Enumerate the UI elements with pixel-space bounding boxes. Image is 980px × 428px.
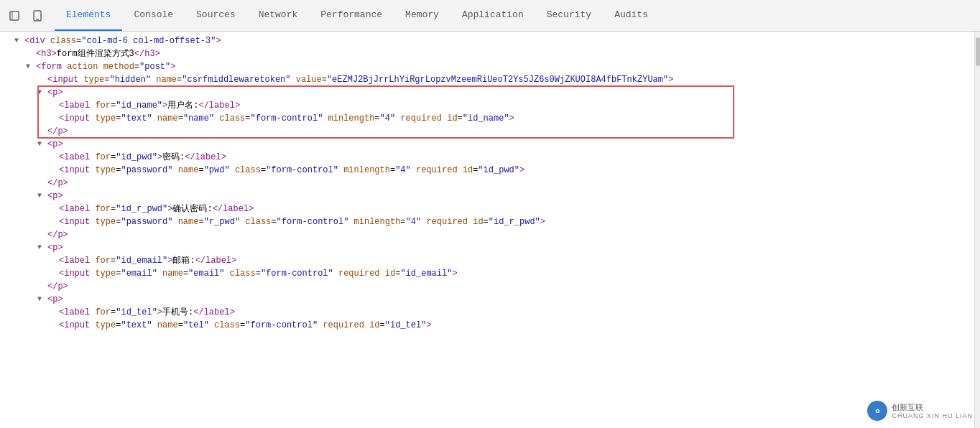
code-line[interactable]: <label for="id_tel">手机号:</label> bbox=[0, 306, 974, 319]
code-content: <input type="hidden" name="csrfmiddlewar… bbox=[47, 73, 673, 86]
code-line[interactable]: </p> bbox=[0, 177, 974, 190]
code-line[interactable]: ▼<p> bbox=[0, 86, 974, 99]
watermark-text-block: 创新互联 CHUANG XIN HU LIAN bbox=[892, 402, 973, 419]
code-content: <p> bbox=[47, 138, 63, 151]
code-line[interactable]: <input type="text" name="tel" class="for… bbox=[0, 319, 974, 332]
code-line[interactable]: <label for="id_name">用户名:</label> bbox=[0, 99, 974, 112]
code-content: <label for="id_r_pwd">确认密码:</label> bbox=[59, 203, 254, 215]
expand-triangle[interactable]: ▼ bbox=[37, 241, 46, 254]
code-line[interactable]: <input type="password" name="pwd" class=… bbox=[0, 164, 974, 177]
mobile-icon[interactable] bbox=[29, 7, 46, 24]
code-line[interactable]: ▼<p> bbox=[0, 241, 974, 254]
code-line[interactable]: <label for="id_pwd">密码:</label> bbox=[0, 151, 974, 164]
code-content: <label for="id_name">用户名:</label> bbox=[59, 99, 240, 112]
code-content: <label for="id_email">邮箱:</label> bbox=[59, 254, 236, 267]
code-line[interactable]: <label for="id_r_pwd">确认密码:</label> bbox=[0, 203, 974, 215]
scrollbar-thumb[interactable] bbox=[976, 37, 980, 66]
tab-memory[interactable]: Memory bbox=[394, 0, 450, 31]
code-line[interactable]: </p> bbox=[0, 228, 974, 241]
tab-application[interactable]: Application bbox=[450, 0, 535, 31]
code-line[interactable]: </p> bbox=[0, 125, 974, 138]
code-content: <p> bbox=[47, 190, 63, 203]
tab-bar: Elements Console Sources Network Perform… bbox=[55, 0, 660, 31]
expand-triangle[interactable]: ▼ bbox=[14, 34, 23, 47]
expand-triangle[interactable]: ▼ bbox=[37, 86, 46, 99]
code-content: <div class="col-md-6 col-md-offset-3"> bbox=[24, 34, 221, 47]
code-content: <input type="email" name="email" class="… bbox=[59, 267, 458, 280]
expand-triangle[interactable]: ▼ bbox=[37, 190, 46, 203]
code-line[interactable]: <h3>form组件渲染方式3</h3> bbox=[0, 47, 974, 60]
toolbar-icons bbox=[6, 7, 46, 24]
code-content: <input type="password" name="r_pwd" clas… bbox=[59, 215, 545, 228]
code-line[interactable]: ▼<p> bbox=[0, 138, 974, 151]
tab-elements[interactable]: Elements bbox=[55, 0, 122, 31]
code-line[interactable]: ▼<form action method="post"> bbox=[0, 60, 974, 73]
expand-triangle[interactable]: ▼ bbox=[37, 138, 46, 151]
code-content: <p> bbox=[47, 241, 63, 254]
code-content: <form action method="post"> bbox=[36, 60, 175, 73]
tab-performance[interactable]: Performance bbox=[309, 0, 394, 31]
code-content: </p> bbox=[47, 125, 68, 138]
code-line[interactable]: <input type="text" name="name" class="fo… bbox=[0, 112, 974, 125]
devtools-panel: ▼<div class="col-md-6 col-md-offset-3"><… bbox=[0, 32, 980, 428]
vertical-scrollbar[interactable] bbox=[974, 32, 980, 428]
tab-sources[interactable]: Sources bbox=[185, 0, 247, 31]
code-content: <label for="id_pwd">密码:</label> bbox=[59, 151, 226, 164]
code-line[interactable]: ▼<p> bbox=[0, 293, 974, 306]
code-area[interactable]: ▼<div class="col-md-6 col-md-offset-3"><… bbox=[0, 32, 974, 428]
tab-audits[interactable]: Audits bbox=[603, 0, 660, 31]
code-line[interactable]: </p> bbox=[0, 280, 974, 293]
code-content: <input type="text" name="tel" class="for… bbox=[59, 319, 432, 332]
code-content: <p> bbox=[47, 293, 63, 306]
devtools-toolbar: Elements Console Sources Network Perform… bbox=[0, 0, 980, 32]
watermark-brand: 创新互联 bbox=[892, 402, 973, 412]
code-content: </p> bbox=[47, 177, 68, 190]
tab-console[interactable]: Console bbox=[122, 0, 185, 31]
code-line[interactable]: <label for="id_email">邮箱:</label> bbox=[0, 254, 974, 267]
code-content: </p> bbox=[47, 280, 68, 293]
code-line[interactable]: ▼<p> bbox=[0, 190, 974, 203]
expand-triangle[interactable]: ▼ bbox=[37, 293, 46, 306]
code-line[interactable]: ▼<div class="col-md-6 col-md-offset-3"> bbox=[0, 34, 974, 47]
code-line[interactable]: <input type="hidden" name="csrfmiddlewar… bbox=[0, 73, 974, 86]
cursor-icon[interactable] bbox=[6, 7, 23, 24]
watermark-icon: ✿ bbox=[867, 401, 887, 421]
code-line[interactable]: <input type="password" name="r_pwd" clas… bbox=[0, 215, 974, 228]
code-content: <h3>form组件渲染方式3</h3> bbox=[36, 47, 160, 60]
code-content: <label for="id_tel">手机号:</label> bbox=[59, 306, 235, 319]
code-content: <input type="text" name="name" class="fo… bbox=[59, 112, 514, 125]
watermark: ✿ 创新互联 CHUANG XIN HU LIAN bbox=[867, 401, 973, 421]
tab-security[interactable]: Security bbox=[535, 0, 603, 31]
code-content: <input type="password" name="pwd" class=… bbox=[59, 164, 524, 177]
code-content: </p> bbox=[47, 228, 68, 241]
code-content: <p> bbox=[47, 86, 63, 99]
expand-triangle[interactable]: ▼ bbox=[26, 60, 34, 73]
watermark-pinyin: CHUANG XIN HU LIAN bbox=[892, 412, 973, 419]
svg-rect-0 bbox=[10, 11, 19, 20]
code-line[interactable]: <input type="email" name="email" class="… bbox=[0, 267, 974, 280]
tab-network[interactable]: Network bbox=[247, 0, 310, 31]
